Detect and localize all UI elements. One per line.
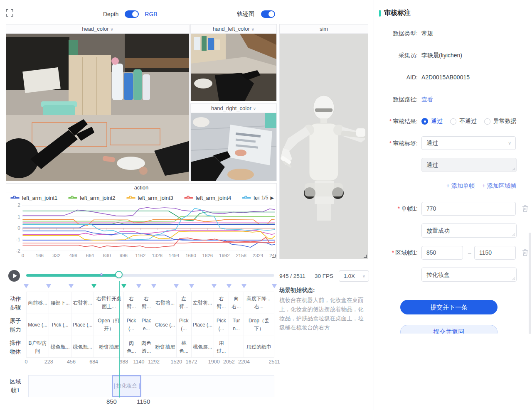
submit-next-button[interactable]: 提交并下一条 [400,300,498,314]
data-path-label: 数据路径: [366,96,418,103]
submit-back-button[interactable]: 提交并返回 [400,325,498,334]
radio-option[interactable]: 异常数据 [484,118,517,125]
fullscreen-icon[interactable] [6,9,13,17]
step-cell: 右臂将... [71,292,94,314]
svg-text:1992: 1992 [219,253,230,258]
row-label-atomic-ability: 原子能力 [7,314,23,336]
speed-select[interactable]: 1.0X ∨ [339,270,369,282]
review-tag-note[interactable]: 通过 [421,158,517,172]
step-cell: 粉饼抽屉 [154,336,177,358]
region-frame-note[interactable]: 拉化妆盒 [421,268,517,282]
hand-left-camera-title[interactable]: hand_left_color∨ [191,25,276,34]
action-chart: 210-1-2016633249866483099611621328149416… [6,203,276,259]
timeline-marker[interactable] [272,284,277,288]
resize-grip-icon[interactable] [512,167,515,171]
step-cell: 高度下降，右... [244,292,274,314]
radio-icon[interactable] [484,118,490,125]
region-frame-segment[interactable]: 拉化妆盒 [112,375,141,397]
play-button[interactable] [8,270,20,282]
svg-text:2324: 2324 [253,253,264,258]
step-cell: 肉色... [124,336,139,358]
timeline-marker[interactable] [69,284,74,288]
sim-panel-title-text: sim [320,26,328,32]
step-cell: 右臂将... [154,292,177,314]
data-type-label: 数据类型: [366,30,418,37]
radio-selected-icon[interactable] [421,118,428,125]
svg-text:332: 332 [52,253,60,258]
hand-left-camera-title-text: hand_left_color [213,26,250,32]
head-camera-title-text: head_color [82,26,108,32]
single-frame-marker-dot[interactable] [100,273,103,276]
step-cell: 右臂... [214,292,229,314]
svg-text:664: 664 [86,253,94,258]
delete-region-frame-icon[interactable] [522,249,529,256]
legend-prev-icon[interactable]: ◀ [256,195,259,201]
radio-icon[interactable] [450,118,456,125]
slider-handle[interactable] [115,271,123,278]
hand-right-camera-title[interactable]: hand_right_color∨ [191,104,276,113]
legend-item[interactable]: left_arm_joint1 [10,195,57,201]
step-cell: B户型房间 [27,336,49,358]
step-cell: Pick (... [214,314,229,336]
step-cell: 用过... [214,336,229,358]
timeline-marker[interactable] [212,284,217,288]
resize-handle-icon[interactable] [272,254,276,258]
rgb-label: RGB [145,11,157,17]
data-path-view-link[interactable]: 查看 [421,96,433,103]
review-tag-label: *审核标签: [366,140,418,147]
timeline-marker[interactable] [227,284,232,288]
legend-item[interactable]: left_arm_joint2 [68,195,115,201]
legend-item[interactable]: left_arm_joint3 [126,195,173,201]
hand-right-camera-title-text: hand_right_color [211,105,251,111]
timeline-marker[interactable] [151,284,156,288]
step-cell: Close (... [154,314,177,336]
required-asterisk: * [389,140,392,147]
segment-left-handle[interactable] [114,383,115,389]
sim-panel-title: sim [280,25,368,34]
radio-option[interactable]: 不通过 [450,118,477,125]
review-tag-select[interactable]: 通过 ∨ [421,136,516,150]
step-cell: 左臂将... [192,292,214,314]
add-single-frame-link[interactable]: + 添加单帧 [446,182,475,190]
svg-text:1494: 1494 [169,253,180,258]
region-start-input[interactable]: 850 [421,246,463,260]
collector-value: 李轶晨(liyichen) [421,52,462,59]
trajectory-toggle[interactable] [261,10,275,18]
single-frame-note[interactable]: 放置成功 [421,223,517,238]
step-cell: 绿色瓶... [49,336,71,358]
region-end-input[interactable]: 1150 [474,246,516,260]
timeline-marker[interactable] [121,284,126,288]
depth-label: Depth [103,11,118,17]
panel-scrollbar[interactable] [529,233,531,334]
row-label-operated-object: 操作物体 [7,336,23,358]
timeline-marker[interactable] [24,284,29,288]
legend-next-icon[interactable]: ▶ [271,195,274,201]
add-region-frame-link[interactable]: + 添加区域帧 [482,182,516,190]
single-frame-input[interactable]: 770 [421,202,516,216]
panel-title-accent-bar [379,10,381,17]
playback-slider[interactable] [26,274,274,277]
resize-grip-icon[interactable] [512,277,515,280]
timeline-marker[interactable] [46,284,51,288]
timeline-marker[interactable] [174,284,179,288]
scene-initial-state-text: 梳妆台在机器人前，化妆盒在桌面上，化妆盒的侧边摆放着物品，化妆品，护肤品盒垃圾在… [279,296,368,332]
sim-panel: sim [279,24,368,259]
frame-scale: 0228456684988114012921520167219002052220… [26,359,274,366]
slider-progress [26,274,120,277]
timeline-marker[interactable] [136,284,141,288]
svg-text:-2: -2 [16,248,20,254]
legend-item[interactable]: left_arm_joint4 [184,195,231,201]
scale-label: 2204 [238,359,250,365]
svg-text:498: 498 [69,253,77,258]
delete-single-frame-icon[interactable] [522,205,529,212]
step-cell: 腰部下... [49,292,71,314]
segment-right-handle[interactable] [139,383,140,389]
fps-label: 30 FPS [315,273,333,279]
radio-option[interactable]: 通过 [421,118,443,125]
resize-grip-icon[interactable] [512,233,515,236]
head-camera-title[interactable]: head_color∨ [6,25,189,34]
timeline-marker[interactable] [91,284,96,288]
timeline-marker[interactable] [241,284,246,288]
depth-rgb-toggle[interactable] [125,10,139,18]
timeline-marker[interactable] [189,284,194,288]
